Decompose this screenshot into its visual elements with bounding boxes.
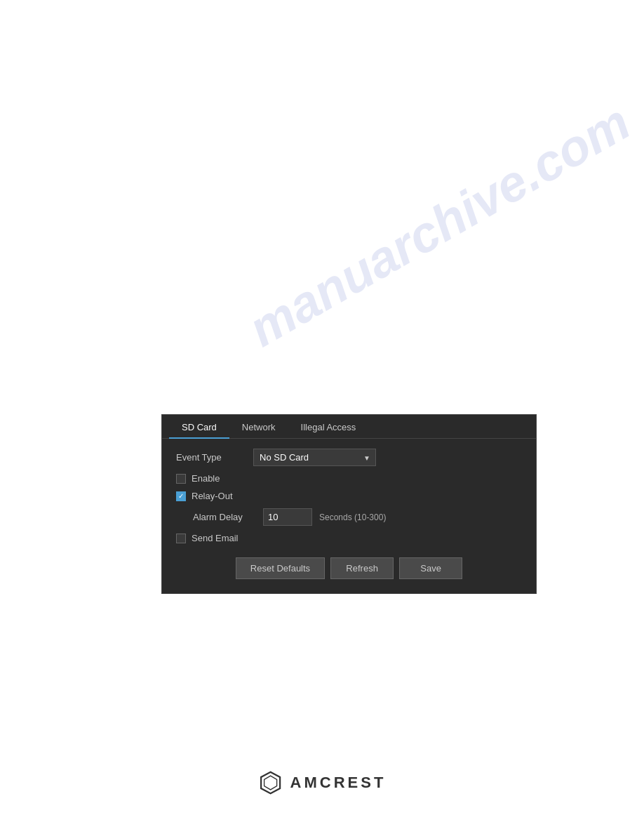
svg-marker-1 bbox=[264, 776, 277, 790]
refresh-button[interactable]: Refresh bbox=[330, 557, 394, 579]
save-button[interactable]: Save bbox=[399, 557, 462, 579]
relay-out-label[interactable]: Relay-Out bbox=[176, 491, 233, 501]
alarm-delay-label: Alarm Delay bbox=[193, 512, 263, 522]
send-email-row: Send Email bbox=[176, 533, 522, 543]
event-type-label: Event Type bbox=[176, 452, 253, 463]
event-type-row: Event Type No SD Card SD Card Error Capa… bbox=[176, 449, 522, 466]
tab-illegal-access[interactable]: Illegal Access bbox=[288, 415, 369, 438]
event-type-select-wrapper: No SD Card SD Card Error Capacity Warnin… bbox=[253, 449, 376, 466]
alarm-delay-input[interactable] bbox=[263, 508, 312, 526]
dialog-container: SD Card Network Illegal Access Event Typ… bbox=[161, 414, 537, 594]
event-type-select[interactable]: No SD Card SD Card Error Capacity Warnin… bbox=[253, 449, 376, 466]
enable-label-text: Enable bbox=[192, 473, 220, 484]
tabs-row: SD Card Network Illegal Access bbox=[162, 415, 536, 439]
relay-out-label-text: Relay-Out bbox=[192, 491, 233, 501]
relay-out-checkbox[interactable] bbox=[176, 491, 186, 501]
logo-container: AMCREST bbox=[258, 770, 387, 795]
content-area: Event Type No SD Card SD Card Error Capa… bbox=[162, 439, 536, 593]
enable-checkbox[interactable] bbox=[176, 474, 186, 484]
amcrest-logo-text: AMCREST bbox=[290, 774, 387, 792]
tab-network[interactable]: Network bbox=[229, 415, 288, 438]
send-email-checkbox[interactable] bbox=[176, 534, 186, 543]
reset-defaults-button[interactable]: Reset Defaults bbox=[236, 557, 325, 579]
enable-label[interactable]: Enable bbox=[176, 473, 220, 484]
buttons-row: Reset Defaults Refresh Save bbox=[176, 550, 522, 585]
alarm-delay-row: Alarm Delay Seconds (10-300) bbox=[176, 508, 522, 526]
send-email-label-text: Send Email bbox=[192, 533, 238, 543]
alarm-delay-hint: Seconds (10-300) bbox=[319, 512, 386, 522]
relay-out-row: Relay-Out bbox=[176, 491, 522, 501]
watermark: manuarchive.com bbox=[239, 93, 640, 357]
amcrest-logo-icon bbox=[258, 770, 283, 795]
tab-sd-card[interactable]: SD Card bbox=[169, 415, 229, 438]
send-email-label[interactable]: Send Email bbox=[176, 533, 238, 543]
enable-row: Enable bbox=[176, 473, 522, 484]
